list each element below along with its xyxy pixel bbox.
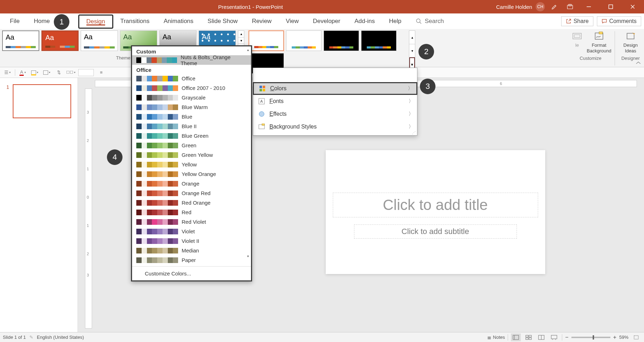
design-ideas-button[interactable]: Design Ideas	[617, 30, 644, 55]
variant-2[interactable]	[286, 30, 321, 51]
slide-canvas[interactable]: Click to add title Click to add subtitle	[326, 150, 545, 274]
scroll-down-button[interactable]: ▾	[245, 253, 250, 258]
color-scheme-blue[interactable]: Blue	[132, 112, 251, 121]
format-bg-icon	[594, 31, 604, 41]
arrange-tool[interactable]: ☐☐▾	[66, 69, 75, 76]
tab-addins[interactable]: Add-ins	[347, 13, 382, 29]
zoom-out-button[interactable]: −	[565, 334, 568, 341]
slide-counter: Slide 1 of 1	[3, 335, 26, 340]
color-scheme-red-violet[interactable]: Red Violet	[132, 217, 251, 227]
variant-gallery	[249, 30, 408, 74]
search-box[interactable]: Search	[416, 18, 444, 25]
format-background-button[interactable]: Format Background	[586, 30, 612, 55]
slides-panel: 1	[0, 78, 78, 332]
svg-rect-15	[260, 89, 262, 91]
callout-3: 3	[420, 79, 435, 94]
slideshow-view-button[interactable]	[549, 334, 559, 341]
collapse-ribbon-button[interactable]	[635, 61, 642, 65]
color-scheme-median[interactable]: Median	[132, 246, 251, 255]
zoom-in-button[interactable]: +	[613, 334, 616, 341]
maximize-button[interactable]	[602, 0, 620, 13]
variant-3[interactable]	[324, 30, 359, 51]
variants-effects-item[interactable]: Effects〉	[253, 108, 417, 120]
tab-help[interactable]: Help	[382, 13, 409, 29]
color-scheme-blue-ii[interactable]: Blue II	[132, 121, 251, 131]
title-placeholder[interactable]: Click to add title	[333, 193, 538, 217]
color-scheme-red[interactable]: Red	[132, 207, 251, 217]
share-button[interactable]: Share	[561, 16, 593, 26]
variant-1[interactable]	[249, 30, 284, 51]
normal-view-button[interactable]	[511, 334, 521, 341]
variant-4[interactable]	[361, 30, 397, 51]
scroll-up-button[interactable]: ▴	[245, 47, 250, 52]
tab-developer[interactable]: Developer	[306, 13, 348, 29]
subtitle-placeholder[interactable]: Click to add subtitle	[354, 224, 517, 239]
theme-white[interactable]: Aa	[81, 30, 118, 51]
slide-size-button[interactable]: le	[569, 30, 586, 55]
color-scheme-green-yellow[interactable]: Green Yellow	[132, 150, 251, 160]
tab-transitions[interactable]: Transitions	[113, 13, 157, 29]
designer-group-label: Designer	[621, 56, 640, 61]
variants-fonts-item[interactable]: A Fonts〉	[253, 95, 417, 108]
color-scheme-green[interactable]: Green	[132, 141, 251, 150]
tab-slideshow[interactable]: Slide Show	[200, 13, 245, 29]
sort-tool[interactable]: ⇅	[54, 69, 63, 76]
sorter-view-button[interactable]	[524, 334, 534, 341]
title-bar: Presentation1 - PowerPoint Camille Holde…	[0, 0, 644, 13]
svg-rect-27	[529, 338, 531, 340]
fit-window-button[interactable]	[631, 334, 641, 341]
color-scheme-blue-warm[interactable]: Blue Warm	[132, 102, 251, 112]
outline-color-tool[interactable]: ▾	[42, 69, 51, 76]
colors-icon	[259, 85, 266, 92]
language-status[interactable]: English (United States)	[37, 335, 84, 340]
tab-file[interactable]: File	[3, 13, 27, 29]
fill-color-tool[interactable]: ▾	[30, 69, 39, 76]
user-avatar[interactable]: CH	[536, 2, 545, 11]
window-title: Presentation1 - PowerPoint	[5, 4, 496, 10]
align-tool[interactable]: ☰▾	[3, 69, 12, 76]
svg-point-6	[416, 19, 420, 23]
variants-colors-item[interactable]: Colors〉	[253, 82, 417, 95]
tab-view[interactable]: View	[279, 13, 306, 29]
color-scheme-orange-red[interactable]: Orange Red	[132, 188, 251, 198]
theme-office[interactable]: Aa	[2, 30, 39, 51]
pen-icon[interactable]	[548, 0, 560, 13]
color-scheme-office[interactable]: Office	[132, 74, 251, 83]
color-scheme-yellow-orange[interactable]: Yellow Orange	[132, 169, 251, 179]
close-button[interactable]	[623, 0, 642, 13]
minimize-button[interactable]	[580, 0, 598, 13]
color-scheme-violet[interactable]: Violet	[132, 227, 251, 236]
color-scheme-blue-green[interactable]: Blue Green	[132, 131, 251, 141]
color-scheme-orange[interactable]: Orange	[132, 179, 251, 188]
more-tool[interactable]: ≡	[97, 69, 106, 76]
spellcheck-icon[interactable]: ✎	[29, 335, 33, 340]
slide-thumbnail-1[interactable]	[13, 84, 71, 118]
background-icon	[258, 123, 265, 130]
customize-colors-item[interactable]: Customize Colors...	[132, 268, 251, 279]
zoom-level[interactable]: 59%	[619, 335, 628, 340]
tab-review[interactable]: Review	[245, 13, 279, 29]
fonts-icon: A	[258, 98, 265, 105]
variants-more-button[interactable]: ▴▾▼	[409, 30, 415, 72]
color-scheme-nuts-bolts-orange-theme[interactable]: Nuts & Bolts_Orange Theme	[132, 55, 251, 65]
notes-button[interactable]: ≣Notes	[487, 335, 505, 340]
reading-view-button[interactable]	[536, 334, 546, 341]
tab-home[interactable]: Home	[27, 13, 57, 29]
slide-number: 1	[6, 84, 9, 118]
color-scheme-grayscale[interactable]: Grayscale	[132, 93, 251, 102]
color-scheme-paper[interactable]: Paper	[132, 255, 251, 265]
color-scheme-office-2007-2010[interactable]: Office 2007 - 2010	[132, 83, 251, 93]
zoom-slider[interactable]	[571, 337, 610, 338]
font-color-tool[interactable]: A▾	[18, 69, 27, 76]
tab-design[interactable]: Design	[78, 15, 113, 29]
svg-line-7	[420, 22, 421, 24]
theme-orange[interactable]: Aa	[41, 30, 79, 51]
tab-animations[interactable]: Animations	[156, 13, 200, 29]
variants-background-item[interactable]: Background Styles〉	[253, 120, 417, 133]
comments-button[interactable]: Comments	[597, 16, 641, 26]
color-scheme-yellow[interactable]: Yellow	[132, 160, 251, 169]
display-mode-icon[interactable]	[564, 0, 576, 13]
color-scheme-red-orange[interactable]: Red Orange	[132, 198, 251, 207]
color-scheme-violet-ii[interactable]: Violet II	[132, 236, 251, 246]
color-preview[interactable]	[78, 69, 94, 76]
